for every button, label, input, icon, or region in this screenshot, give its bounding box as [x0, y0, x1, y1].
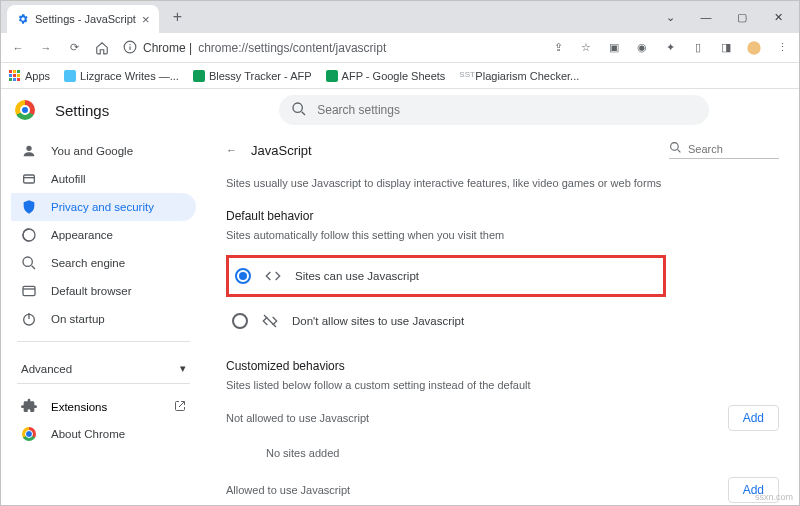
back-icon[interactable]: ← — [226, 144, 237, 156]
close-button[interactable]: ✕ — [761, 6, 795, 28]
sidebar-item-label: Appearance — [51, 229, 113, 241]
section-custom-title: Customized behaviors — [226, 359, 779, 373]
titlebar: Settings - JavaScript × + ⌄ — ▢ ✕ — [1, 1, 799, 33]
bookmark-item[interactable]: AFP - Google Sheets — [326, 70, 446, 82]
page-icon: SST — [459, 70, 471, 82]
extensions-icon[interactable]: ✦ — [659, 37, 681, 59]
sidebar-item-label: Search engine — [51, 257, 125, 269]
search-settings[interactable] — [279, 95, 709, 125]
search-icon — [291, 101, 307, 119]
sidebar-item-on-startup[interactable]: On startup — [11, 305, 196, 333]
sidebar-item-privacy[interactable]: Privacy and security — [11, 193, 196, 221]
maximize-button[interactable]: ▢ — [725, 6, 759, 28]
no-sites-text: No sites added — [226, 437, 779, 477]
sidebar-item-label: On startup — [51, 313, 105, 325]
sidebar-item-default-browser[interactable]: Default browser — [11, 277, 196, 305]
browser-tab[interactable]: Settings - JavaScript × — [7, 5, 159, 33]
power-icon — [21, 311, 37, 327]
chevron-down-icon: ▾ — [180, 362, 186, 375]
section-custom-sub: Sites listed below follow a custom setti… — [226, 379, 779, 391]
avatar[interactable] — [743, 37, 765, 59]
bookmark-icon[interactable]: ☆ — [575, 37, 597, 59]
sidebar-item-extensions[interactable]: Extensions — [11, 392, 196, 416]
forward-icon[interactable]: → — [35, 37, 57, 59]
bookmark-label: AFP - Google Sheets — [342, 70, 446, 82]
radio-icon[interactable] — [235, 268, 251, 284]
search-settings-input[interactable] — [317, 103, 697, 117]
address-bar[interactable]: Chrome | chrome://settings/content/javas… — [119, 40, 541, 56]
add-button[interactable]: Add — [728, 405, 779, 431]
sidebar-item-label: Default browser — [51, 285, 132, 297]
advanced-label: Advanced — [21, 363, 72, 375]
about-label: About Chrome — [51, 428, 125, 440]
bookmark-item[interactable]: SST Plagiarism Checker... — [459, 70, 579, 82]
reload-icon[interactable]: ⟳ — [63, 37, 85, 59]
extensions-label: Extensions — [51, 401, 107, 413]
shield-icon[interactable]: ◉ — [631, 37, 653, 59]
divider — [17, 383, 190, 384]
allowed-section: Allowed to use Javascript Add — [226, 477, 779, 503]
allowed-label: Allowed to use Javascript — [226, 484, 350, 496]
radio-icon[interactable] — [232, 313, 248, 329]
code-off-icon — [262, 313, 278, 329]
chrome-logo-icon — [15, 100, 35, 120]
sidebar-item-label: Autofill — [51, 173, 86, 185]
radio-allow-js[interactable]: Sites can use Javascript — [226, 255, 666, 297]
bookmark-label: Blessy Tracker - AFP — [209, 70, 312, 82]
sidebar-advanced[interactable]: Advanced ▾ — [11, 350, 196, 375]
bookmark-label: Apps — [25, 70, 50, 82]
app-title: Settings — [55, 102, 109, 119]
svg-point-16 — [671, 143, 679, 151]
minimize-button[interactable]: — — [689, 6, 723, 28]
main-content: ← JavaScript Sites usually use Javascrip… — [196, 131, 799, 505]
bookmark-item[interactable]: Lizgrace Writes —... — [64, 70, 179, 82]
svg-line-5 — [302, 112, 305, 115]
window-controls: ⌄ — ▢ ✕ — [653, 6, 799, 28]
svg-rect-12 — [23, 286, 35, 295]
divider — [17, 341, 190, 342]
search-icon — [21, 255, 37, 271]
settings-header: Settings — [1, 89, 799, 131]
sidebar-item-about[interactable]: About Chrome — [11, 420, 196, 448]
site-info-icon[interactable] — [123, 40, 137, 56]
radio-block-js[interactable]: Don't allow sites to use Javascript — [226, 303, 779, 339]
back-icon[interactable]: ← — [7, 37, 29, 59]
page-title: JavaScript — [251, 143, 312, 158]
svg-line-11 — [32, 266, 35, 269]
external-link-icon — [174, 400, 186, 414]
browser-icon — [21, 283, 37, 299]
ext-square-icon[interactable]: ▣ — [603, 37, 625, 59]
home-icon[interactable] — [91, 37, 113, 59]
sidebar-item-label: You and Google — [51, 145, 133, 157]
sidebar-item-autofill[interactable]: Autofill — [11, 165, 196, 193]
bookmark-apps[interactable]: Apps — [9, 70, 50, 82]
side-panel-icon[interactable]: ◨ — [715, 37, 737, 59]
not-allowed-label: Not allowed to use Javascript — [226, 412, 369, 424]
page-search[interactable] — [669, 141, 779, 159]
tab-title: Settings - JavaScript — [35, 13, 136, 25]
new-tab-button[interactable]: + — [165, 5, 189, 29]
menu-icon[interactable]: ⋮ — [771, 37, 793, 59]
reading-list-icon[interactable]: ▯ — [687, 37, 709, 59]
section-default-behavior: Default behavior — [226, 209, 779, 223]
radio-label: Don't allow sites to use Javascript — [292, 315, 464, 327]
section-default-sub: Sites automatically follow this setting … — [226, 229, 779, 241]
sidebar-item-you-and-google[interactable]: You and Google — [11, 137, 196, 165]
page-search-input[interactable] — [688, 143, 779, 155]
sidebar-item-search-engine[interactable]: Search engine — [11, 249, 196, 277]
bookmark-item[interactable]: Blessy Tracker - AFP — [193, 70, 312, 82]
close-icon[interactable]: × — [142, 12, 150, 27]
sheets-icon — [193, 70, 205, 82]
sidebar-item-label: Privacy and security — [51, 201, 154, 213]
bookmarks-bar: Apps Lizgrace Writes —... Blessy Tracker… — [1, 63, 799, 89]
svg-line-17 — [678, 150, 681, 153]
apps-icon — [9, 70, 21, 82]
window-frame: Settings - JavaScript × + ⌄ — ▢ ✕ ← → ⟳ … — [0, 0, 800, 506]
svg-point-4 — [293, 103, 302, 112]
sidebar-item-appearance[interactable]: Appearance — [11, 221, 196, 249]
share-icon[interactable]: ⇪ — [547, 37, 569, 59]
search-icon — [669, 141, 682, 156]
svg-rect-7 — [24, 175, 35, 183]
chevron-down-icon[interactable]: ⌄ — [653, 6, 687, 28]
folder-icon — [64, 70, 76, 82]
